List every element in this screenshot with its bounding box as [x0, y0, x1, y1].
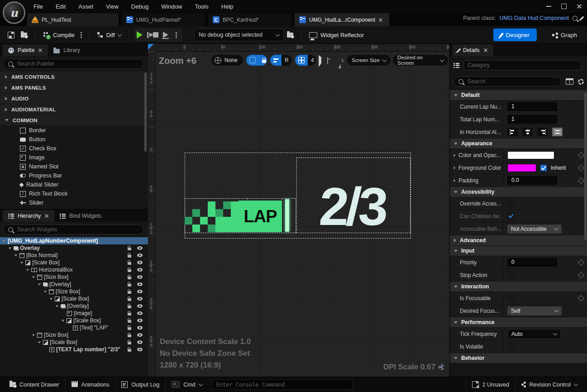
alignment-button[interactable] [270, 55, 282, 66]
eye-visibility-icon[interactable] [137, 261, 143, 264]
doc-tab[interactable]: PL_HudTest [27, 13, 119, 26]
eye-visibility-icon[interactable] [137, 246, 143, 250]
play-options-icon[interactable] [176, 34, 177, 36]
dropdown[interactable]: Not Accessible [507, 225, 562, 234]
browse-asset-button[interactable] [18, 33, 30, 38]
diff-button[interactable]: Diff [94, 32, 124, 38]
lock-icon[interactable] [128, 298, 131, 301]
display-filter-icon[interactable] [566, 78, 573, 85]
expander-icon[interactable] [32, 276, 35, 278]
reset-to-default-icon[interactable] [577, 177, 584, 183]
hierarchy-row[interactable]: [UMG_HudLapNumberComponent] [0, 237, 148, 244]
menu-edit[interactable]: Edit [49, 3, 72, 10]
palette-category[interactable]: AUDIO [0, 93, 148, 104]
fill-rule-dropdown[interactable]: Desired on Screen [393, 55, 448, 66]
hierarchy-row[interactable]: [Scale Box] [0, 339, 148, 346]
cmd-dropdown[interactable]: >_ Cmd [166, 377, 208, 392]
palette-item[interactable]: Button [0, 135, 148, 144]
lock-icon[interactable] [128, 269, 131, 272]
hierarchy-row[interactable]: [Size Box] [0, 288, 148, 295]
section-header-input[interactable]: Input [450, 246, 587, 256]
palette-item[interactable]: Progress Bar [0, 171, 148, 180]
dropdown[interactable]: Self [507, 306, 562, 316]
doc-tab[interactable]: UMG_HudPannel* [122, 13, 205, 26]
lock-icon[interactable] [128, 248, 131, 250]
content-drawer-button[interactable]: Content Drawer [4, 377, 66, 392]
lap-badge[interactable]: LAP [239, 201, 282, 232]
eye-visibility-icon[interactable] [137, 348, 143, 351]
lock-icon[interactable] [128, 327, 131, 330]
launch-icon[interactable] [163, 32, 168, 38]
close-icon[interactable] [45, 214, 48, 218]
reset-to-default-icon[interactable] [577, 164, 584, 171]
hierarchy-row[interactable]: Overlay [0, 244, 148, 252]
unsaved-button[interactable]: 2 Unsaved [466, 377, 515, 392]
section-header-appearance[interactable]: Appearance [450, 139, 587, 149]
graph-tab-button[interactable]: Graph [552, 32, 577, 38]
lock-icon[interactable] [128, 320, 131, 323]
expander-icon[interactable] [3, 240, 6, 242]
palette-item[interactable]: ∗Named Slot [0, 162, 148, 171]
hierarchy-row[interactable]: [Overlay] [0, 302, 148, 310]
hierarchy-row[interactable]: [Scale Box] [0, 317, 148, 324]
section-header-default[interactable]: Default [450, 90, 587, 100]
palette-item[interactable]: ✓Check Box [0, 144, 148, 153]
reset-to-default-icon[interactable] [577, 295, 584, 301]
color-swatch[interactable] [507, 164, 536, 172]
section-header-interaction[interactable]: Interaction [450, 282, 587, 292]
chevron-right-icon[interactable] [454, 166, 456, 169]
chevron-right-icon[interactable] [454, 179, 456, 182]
tab-library[interactable]: Library [48, 44, 86, 56]
gear-icon[interactable] [439, 364, 444, 370]
compile-options-icon[interactable] [81, 34, 82, 36]
checkbox[interactable] [507, 272, 514, 278]
value-input[interactable]: 0 [507, 258, 557, 267]
eye-visibility-icon[interactable] [137, 333, 143, 337]
hierarchy-row[interactable]: T[Text] "LAP" [0, 324, 148, 331]
value-input[interactable]: 0.0 [507, 176, 557, 185]
eye-visibility-icon[interactable] [137, 275, 143, 279]
expander-icon[interactable] [38, 283, 41, 285]
tab-bind-widgets[interactable]: Bind Widgets [54, 210, 107, 222]
reset-to-default-icon[interactable] [577, 272, 584, 278]
align-button-fill[interactable] [552, 128, 563, 136]
debug-browse-button[interactable] [284, 33, 296, 38]
tab-details[interactable]: Details [453, 44, 493, 56]
details-search-input[interactable] [467, 78, 556, 85]
hierarchy-search-input[interactable] [16, 226, 139, 233]
hierarchy-row[interactable]: HorizontalBox [0, 266, 148, 273]
parent-class-link[interactable]: UMG Data Hud Component [499, 15, 569, 21]
menu-window[interactable]: Window [155, 3, 188, 10]
palette-item[interactable]: Image [0, 153, 148, 162]
reset-to-default-icon[interactable] [577, 259, 584, 265]
lock-icon[interactable] [128, 342, 131, 344]
eye-visibility-icon[interactable] [137, 282, 143, 286]
align-button-right[interactable] [537, 128, 548, 136]
eye-visibility-icon[interactable] [137, 340, 143, 344]
widget-reflector-button[interactable]: Widget Reflector [306, 32, 367, 38]
eye-visibility-icon[interactable] [137, 311, 143, 315]
reset-to-default-icon[interactable] [577, 152, 584, 158]
menu-tools[interactable]: Tools [188, 3, 215, 10]
animations-button[interactable]: Animations [66, 377, 116, 392]
guide-dropdown[interactable]: None [211, 55, 243, 66]
eye-visibility-icon[interactable] [137, 326, 143, 330]
palette-item[interactable]: /Rich Text Block [0, 189, 148, 198]
close-icon[interactable] [484, 48, 487, 52]
menu-debug[interactable]: Debug [125, 3, 155, 10]
hierarchy-row[interactable]: [Scale Box] [0, 295, 148, 302]
respect-locks-button[interactable]: R [282, 55, 292, 66]
lap-number-text[interactable]: 2/3 [294, 158, 412, 232]
section-header-advanced[interactable]: Advanced [450, 235, 587, 246]
search-icon[interactable] [573, 16, 577, 21]
expander-icon[interactable] [9, 247, 12, 249]
doc-tab[interactable]: UMG_HudLa...rComponent [295, 13, 389, 26]
dropdown[interactable]: Auto [507, 329, 561, 339]
chevron-right-icon[interactable] [454, 153, 456, 156]
settings-gear-icon[interactable] [578, 79, 584, 85]
expander-icon[interactable] [26, 269, 29, 271]
align-button-left[interactable] [507, 128, 518, 136]
output-log-button[interactable]: Output Log [115, 377, 166, 392]
debug-object-dropdown[interactable]: No debug object selected [194, 29, 284, 41]
palette-item[interactable]: Border [0, 126, 148, 135]
